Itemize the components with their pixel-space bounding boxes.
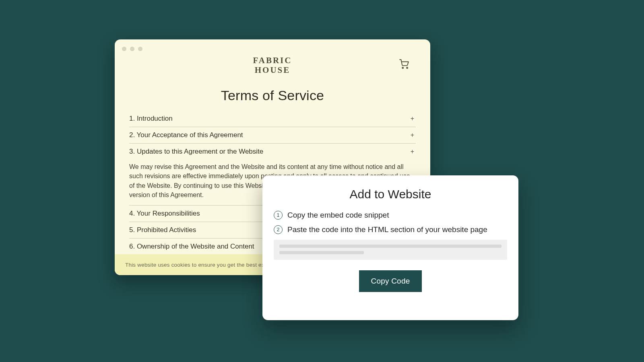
step-number-badge: 1: [274, 211, 283, 220]
acc-title: 6. Ownership of the Website and Content: [129, 243, 254, 251]
window-dot-close[interactable]: [122, 47, 126, 51]
plus-icon: +: [411, 115, 415, 122]
code-placeholder-line: [279, 251, 364, 254]
step-number-badge: 2: [274, 225, 283, 234]
acc-title: 3. Updates to this Agreement or the Webs…: [129, 148, 263, 156]
traffic-lights: [122, 47, 142, 51]
acc-title: 1. Introduction: [129, 115, 173, 123]
step-text: Paste the code into the HTML section of …: [287, 225, 487, 234]
acc-item-2: 2. Your Acceptance of this Agreement +: [129, 127, 416, 144]
step-1: 1 Copy the embed code snippet: [274, 211, 507, 220]
cookie-banner-text: This website uses cookies to ensure you …: [125, 262, 286, 268]
brand-line-2: HOUSE: [129, 65, 416, 75]
window-dot-zoom[interactable]: [138, 47, 142, 51]
embed-code-box[interactable]: [274, 240, 507, 260]
svg-point-1: [407, 67, 408, 68]
acc-title: 2. Your Acceptance of this Agreement: [129, 131, 243, 139]
acc-item-1: 1. Introduction +: [129, 111, 416, 127]
plus-icon: +: [411, 132, 415, 139]
brand-line-1: FABRIC: [129, 56, 416, 65]
cart-icon[interactable]: [398, 58, 410, 70]
acc-title: 4. Your Responsibilities: [129, 210, 200, 218]
acc-head-2[interactable]: 2. Your Acceptance of this Agreement +: [129, 127, 416, 143]
window-dot-minimize[interactable]: [130, 47, 134, 51]
plus-icon: +: [411, 148, 415, 155]
code-placeholder-line: [279, 245, 502, 248]
page-title: Terms of Service: [129, 88, 416, 103]
copy-code-button[interactable]: Copy Code: [359, 270, 422, 292]
modal-title: Add to Website: [274, 187, 507, 201]
acc-head-3[interactable]: 3. Updates to this Agreement or the Webs…: [129, 144, 416, 160]
acc-title: 5. Prohibited Activities: [129, 226, 196, 234]
brand-logo: FABRIC HOUSE: [129, 56, 416, 75]
add-to-website-modal: Add to Website 1 Copy the embed code sni…: [262, 175, 518, 320]
svg-point-0: [402, 67, 403, 68]
step-text: Copy the embed code snippet: [287, 211, 389, 220]
acc-head-1[interactable]: 1. Introduction +: [129, 111, 416, 127]
step-2: 2 Paste the code into the HTML section o…: [274, 225, 507, 234]
